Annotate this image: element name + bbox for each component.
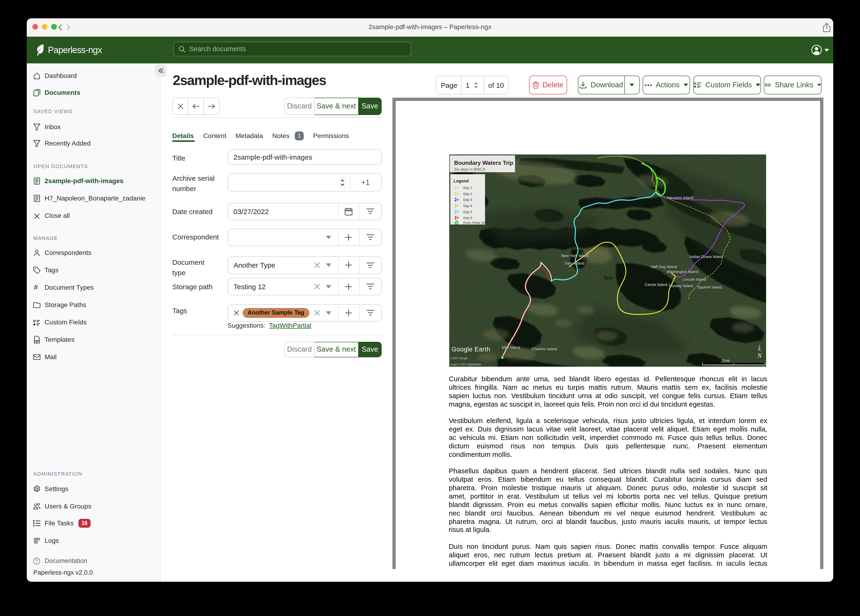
svg-text:Hausons Island: Hausons Island <box>667 196 693 200</box>
svg-text:New York Island: New York Island <box>561 253 589 258</box>
svg-text:Entry Point 24: Entry Point 24 <box>463 221 485 225</box>
svg-text:Indian Grave Island: Indian Grave Island <box>689 255 723 259</box>
svg-text:Gary Island: Gary Island <box>565 261 584 265</box>
svg-text:Mile Island: Mile Island <box>502 345 520 350</box>
svg-text:Charlies Island: Charlies Island <box>531 347 557 351</box>
svg-text:Norway Island: Norway Island <box>669 284 693 288</box>
svg-text:Day 1: Day 1 <box>463 186 472 190</box>
svg-text:© 2017 Google: © 2017 Google <box>450 357 468 360</box>
svg-text:Legend: Legend <box>453 178 469 183</box>
svg-text:3 mi: 3 mi <box>722 359 729 363</box>
svg-text:Image © 2017 DigitalGlobe: Image © 2017 DigitalGlobe <box>450 363 481 366</box>
svg-text:Lincoln Island: Lincoln Island <box>682 277 706 281</box>
svg-text:Google Earth: Google Earth <box>451 346 490 353</box>
svg-text:Day 5: Day 5 <box>463 210 472 214</box>
svg-text:Washington Island: Washington Island <box>667 269 698 274</box>
svg-text:Day 6: Day 6 <box>463 216 472 220</box>
svg-text:Half Dog Island: Half Dog Island <box>650 265 677 269</box>
svg-text:Canoe Island: Canoe Island <box>645 283 667 287</box>
svg-text:Day 2: Day 2 <box>463 192 472 196</box>
svg-text:Day 3: Day 3 <box>463 198 472 202</box>
svg-text:Squirrel Island: Squirrel Island <box>697 285 722 289</box>
svg-text:Day 4: Day 4 <box>463 204 472 208</box>
svg-text:Text: Text <box>603 275 612 281</box>
svg-text:Boundary Waters Trip: Boundary Waters Trip <box>454 160 513 166</box>
svg-text:N: N <box>757 352 762 359</box>
svg-text:Six days in BWCA: Six days in BWCA <box>454 167 485 171</box>
